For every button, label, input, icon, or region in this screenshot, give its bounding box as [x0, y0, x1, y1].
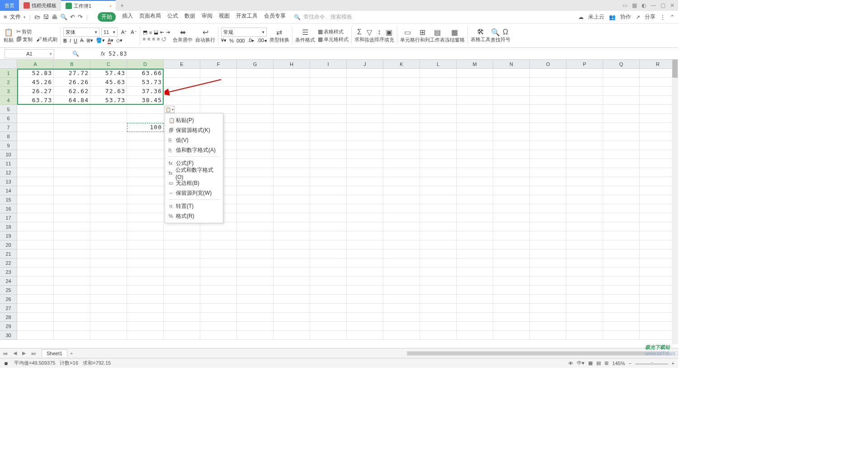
cell[interactable]	[493, 222, 530, 231]
cell[interactable]	[274, 105, 310, 114]
cell[interactable]	[457, 277, 493, 286]
cell[interactable]	[566, 222, 603, 231]
cell[interactable]	[17, 268, 54, 277]
cell[interactable]	[200, 295, 237, 304]
record-icon[interactable]: ⏺	[4, 361, 9, 366]
cell[interactable]	[603, 268, 640, 277]
cell[interactable]	[274, 249, 310, 258]
cell[interactable]	[54, 168, 90, 177]
cell[interactable]	[383, 231, 420, 240]
cell[interactable]	[566, 168, 603, 177]
cell[interactable]	[17, 322, 54, 331]
cell[interactable]	[457, 295, 493, 304]
cell[interactable]	[237, 313, 274, 322]
cell[interactable]	[164, 304, 200, 313]
row-header-28[interactable]: 28	[0, 313, 17, 322]
cell[interactable]	[457, 114, 493, 123]
cell[interactable]	[274, 286, 310, 295]
cell[interactable]	[274, 304, 310, 313]
cell[interactable]	[90, 295, 127, 304]
cell[interactable]	[493, 159, 530, 168]
cell[interactable]	[530, 313, 566, 322]
cell[interactable]	[530, 186, 566, 195]
cell[interactable]	[603, 322, 640, 331]
cell[interactable]	[237, 159, 274, 168]
tab-data[interactable]: 数据	[184, 12, 195, 22]
cell[interactable]	[54, 222, 90, 231]
cell[interactable]	[17, 195, 54, 204]
row-header-22[interactable]: 22	[0, 258, 17, 268]
cell[interactable]	[274, 78, 310, 87]
cell[interactable]	[603, 258, 640, 268]
cell[interactable]	[640, 268, 676, 277]
col-header-J[interactable]: J	[347, 60, 383, 69]
col-header-F[interactable]: F	[200, 60, 237, 69]
cell[interactable]	[530, 159, 566, 168]
cell[interactable]	[237, 295, 274, 304]
cell[interactable]	[310, 304, 347, 313]
cell[interactable]	[530, 114, 566, 123]
sheet-nav-prev[interactable]: ◀	[10, 350, 19, 356]
clearfmt-icon[interactable]: ◇▾	[116, 38, 123, 43]
cell[interactable]	[90, 204, 127, 213]
cell[interactable]	[347, 204, 383, 213]
cell[interactable]	[347, 159, 383, 168]
col-header-G[interactable]: G	[237, 60, 274, 69]
cell[interactable]	[640, 222, 676, 231]
row-header-26[interactable]: 26	[0, 295, 17, 304]
cell[interactable]	[493, 186, 530, 195]
cell[interactable]	[237, 195, 274, 204]
cell[interactable]	[54, 150, 90, 159]
cell[interactable]	[347, 123, 383, 132]
cell[interactable]	[603, 204, 640, 213]
cell[interactable]	[164, 87, 200, 96]
cell[interactable]	[127, 204, 164, 213]
row-header-3[interactable]: 3	[0, 87, 17, 96]
cell[interactable]	[310, 168, 347, 177]
cell[interactable]	[383, 87, 420, 96]
cell[interactable]	[383, 249, 420, 258]
cell[interactable]	[127, 177, 164, 186]
cell[interactable]	[347, 132, 383, 141]
cell[interactable]	[420, 114, 457, 123]
rowcol-button[interactable]: ⊞行和列	[415, 28, 430, 43]
cell[interactable]	[90, 313, 127, 322]
zoom-in-icon[interactable]: +	[672, 361, 675, 366]
tablestyle-button[interactable]: ▦表格样式	[318, 28, 349, 35]
cell[interactable]	[566, 322, 603, 331]
search-fx-icon[interactable]: 🔍	[72, 51, 79, 57]
row-header-12[interactable]: 12	[0, 168, 17, 177]
col-header-C[interactable]: C	[90, 60, 127, 69]
cell[interactable]	[274, 240, 310, 249]
cell[interactable]	[603, 213, 640, 222]
cell[interactable]	[347, 141, 383, 150]
cell[interactable]	[164, 249, 200, 258]
cell[interactable]	[127, 186, 164, 195]
cell[interactable]	[603, 105, 640, 114]
view-page-icon[interactable]: ▤	[596, 360, 601, 366]
cell[interactable]	[237, 168, 274, 177]
cell[interactable]	[640, 231, 676, 240]
cell[interactable]	[127, 313, 164, 322]
cell[interactable]	[566, 123, 603, 132]
row-header-6[interactable]: 6	[0, 114, 17, 123]
cell[interactable]	[200, 331, 237, 340]
col-header-H[interactable]: H	[274, 60, 310, 69]
row-header-11[interactable]: 11	[0, 159, 17, 168]
cell[interactable]	[274, 159, 310, 168]
cell[interactable]	[640, 114, 676, 123]
cell[interactable]	[274, 150, 310, 159]
cell[interactable]	[457, 69, 493, 78]
cell[interactable]: 53.73	[90, 96, 127, 105]
cell[interactable]	[566, 295, 603, 304]
cell[interactable]	[383, 204, 420, 213]
cell[interactable]	[603, 123, 640, 132]
cell[interactable]	[237, 186, 274, 195]
cell[interactable]	[310, 78, 347, 87]
layout-icon[interactable]: ▭	[623, 2, 627, 9]
cell[interactable]	[457, 96, 493, 105]
cell[interactable]	[420, 141, 457, 150]
menu-transpose[interactable]: ⤭转置(T)	[165, 201, 223, 211]
col-header-R[interactable]: R	[640, 60, 676, 69]
row-header-27[interactable]: 27	[0, 304, 17, 313]
